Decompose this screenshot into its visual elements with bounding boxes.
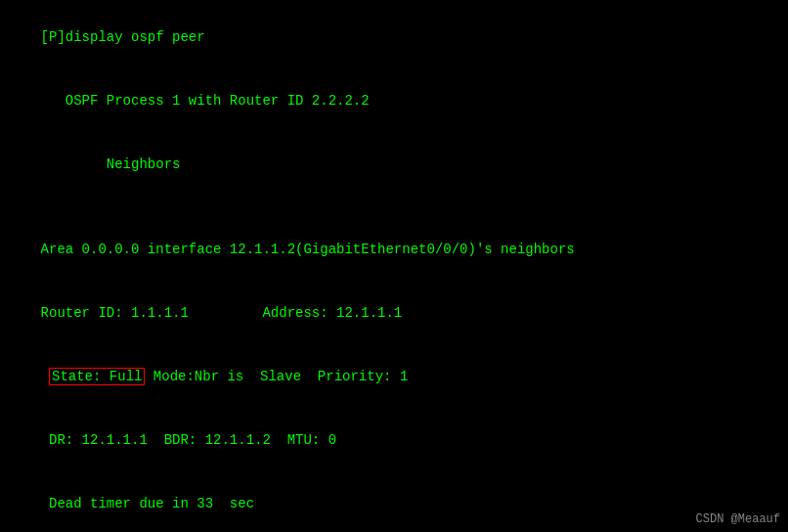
terminal-window: [P]display ospf peer OSPF Process 1 with… bbox=[0, 0, 788, 532]
process-text: OSPF Process 1 with Router ID 2.2.2.2 bbox=[41, 93, 370, 109]
dead1-line: Dead timer due in 33 sec bbox=[8, 472, 780, 532]
state1-line: State: Full Mode:Nbr is Slave Priority: … bbox=[8, 345, 780, 409]
area1-text: Area 0.0.0.0 interface 12.1.1.2(GigabitE… bbox=[41, 242, 575, 257]
router1-line: Router ID: 1.1.1.1 Address: 12.1.1.1 bbox=[8, 282, 780, 345]
prompt-top-line: [P]display ospf peer bbox=[8, 6, 780, 69]
router1-text: Router ID: 1.1.1.1 Address: 12.1.1.1 bbox=[41, 305, 403, 321]
dead1-text: Dead timer due in 33 sec bbox=[41, 496, 254, 511]
dr1-line: DR: 12.1.1.1 BDR: 12.1.1.2 MTU: 0 bbox=[8, 409, 780, 472]
area1-line: Area 0.0.0.0 interface 12.1.1.2(GigabitE… bbox=[8, 218, 780, 282]
dr1-text: DR: 12.1.1.1 BDR: 12.1.1.2 MTU: 0 bbox=[41, 432, 336, 448]
blank1-line bbox=[8, 197, 780, 218]
process-line: OSPF Process 1 with Router ID 2.2.2.2 bbox=[8, 69, 780, 133]
neighbors1-header-text: Neighbors bbox=[41, 156, 181, 172]
prompt-top-text: [P]display ospf peer bbox=[41, 29, 205, 45]
state1-prefix bbox=[41, 369, 49, 384]
watermark-text: CSDN @Meaauf bbox=[696, 512, 780, 526]
state1-box: State: Full bbox=[49, 368, 145, 385]
state1-suffix: Mode:Nbr is Slave Priority: 1 bbox=[145, 369, 408, 384]
neighbors1-header-line: Neighbors bbox=[8, 133, 780, 197]
